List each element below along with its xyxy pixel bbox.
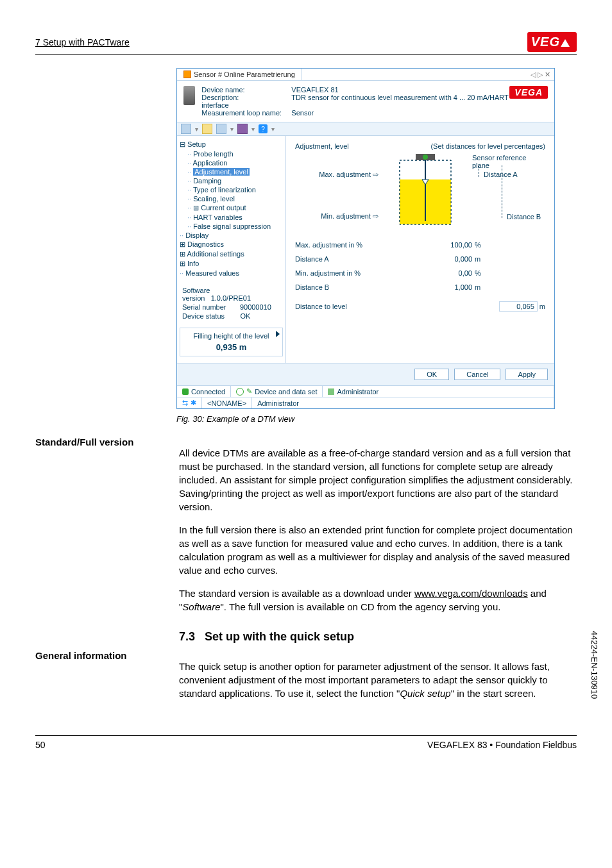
- adjustment-diagram: Max. adjustment ⇨ Min. adjustment ⇨: [295, 154, 545, 231]
- tree-item[interactable]: ⊞ Additional settings: [180, 249, 283, 259]
- doc-code: 44224-EN-130910: [590, 631, 599, 699]
- status-admin: Administrator: [323, 386, 554, 397]
- status-dataset: ✎ Device and data set: [231, 386, 323, 397]
- panel-hint: (Set distances for level percentages): [430, 142, 545, 150]
- dtm-tab[interactable]: Sensor # Online Parametrierung: [177, 69, 302, 80]
- tab-controls[interactable]: ◁ ▷ ✕: [527, 71, 554, 79]
- tree-item[interactable]: ⊞ Current output: [187, 203, 283, 213]
- panel-title: Adjustment, level: [295, 142, 349, 150]
- tab-title: Sensor # Online Parametrierung: [194, 71, 295, 78]
- section-heading: 7.3 Set up with the quick setup: [179, 629, 577, 645]
- device-labels: Device name:VEGAFLEX 81 Description:TDR …: [201, 86, 509, 117]
- tree-item[interactable]: Probe length: [187, 149, 283, 158]
- dtm-window: Sensor # Online Parametrierung ◁ ▷ ✕ Dev…: [176, 68, 555, 409]
- vega-logo: VEG: [527, 32, 577, 52]
- tree-item[interactable]: Measured values: [180, 269, 283, 278]
- toolbar-icon[interactable]: [181, 124, 191, 134]
- paragraph: In the full version there is also an ext…: [179, 523, 577, 577]
- vega-logo-small: VEGA: [509, 86, 548, 99]
- svg-point-4: [423, 154, 428, 160]
- tab-icon: [183, 71, 191, 78]
- tree-item-selected[interactable]: ·· Adjustment, level: [187, 167, 283, 176]
- distance-to-level-input[interactable]: 0,065: [499, 301, 538, 312]
- toolbar-icon[interactable]: [202, 124, 212, 134]
- tree-item[interactable]: ⊞ Info: [180, 259, 283, 269]
- tree-item[interactable]: Scaling, level: [187, 194, 283, 203]
- help-icon[interactable]: ?: [259, 124, 268, 133]
- tree-item[interactable]: ⊞ Diagnostics: [180, 240, 283, 249]
- connected-icon: [182, 388, 189, 395]
- readout-grid: Max. adjustment in % 100,00 % Distance A…: [295, 241, 545, 291]
- device-icon: [183, 86, 195, 105]
- status-bar: Connected ✎ Device and data set Administ…: [177, 385, 554, 397]
- header-title: 7 Setup with PACTware: [35, 37, 130, 47]
- page-number: 50: [35, 740, 46, 750]
- dtm-toolbar: ▾ ▾ ▾ ?▾: [177, 122, 554, 136]
- admin-icon: [328, 388, 334, 395]
- section-label-general: General information: [35, 650, 164, 710]
- cancel-button[interactable]: Cancel: [454, 369, 500, 380]
- download-link[interactable]: www.vega.com/downloads: [414, 588, 528, 599]
- paragraph: The quick setup is another option for pa…: [179, 660, 577, 700]
- tree-item[interactable]: False signal suppression: [187, 222, 283, 231]
- filling-height-box[interactable]: Filling height of the level 0,935 m: [180, 328, 283, 356]
- ok-button[interactable]: OK: [414, 369, 449, 380]
- tree-item[interactable]: Type of linearization: [187, 185, 283, 194]
- tree-item[interactable]: Damping: [187, 176, 283, 185]
- toolbar-icon[interactable]: [216, 124, 226, 134]
- apply-button[interactable]: Apply: [506, 369, 548, 380]
- tank-svg: [390, 154, 461, 231]
- figure-caption: Fig. 30: Example of a DTM view: [176, 414, 555, 424]
- nav-tree[interactable]: ⊟ Setup Probe length Application ·· Adju…: [180, 140, 283, 278]
- tree-item[interactable]: Application: [187, 158, 283, 167]
- tree-item[interactable]: Display: [180, 231, 283, 240]
- toolbar-icon[interactable]: [237, 124, 248, 134]
- status-noname: ⇆ ✱: [177, 397, 202, 408]
- refresh-icon: [236, 388, 244, 396]
- section-label-standard: Standard/Full version: [35, 437, 164, 650]
- device-info: Software version 1.0.0/PRE01 Serial numb…: [180, 287, 283, 320]
- distance-to-level-label: Distance to level: [295, 303, 347, 310]
- paragraph: All device DTMs are available as a free-…: [179, 446, 577, 513]
- product-footer: VEGAFLEX 83 • Foundation Fieldbus: [427, 740, 577, 750]
- paragraph: The standard version is available as a d…: [179, 587, 577, 613]
- status-connected: Connected: [177, 386, 231, 397]
- expand-icon: [276, 331, 280, 337]
- tree-item[interactable]: HART variables: [187, 213, 283, 222]
